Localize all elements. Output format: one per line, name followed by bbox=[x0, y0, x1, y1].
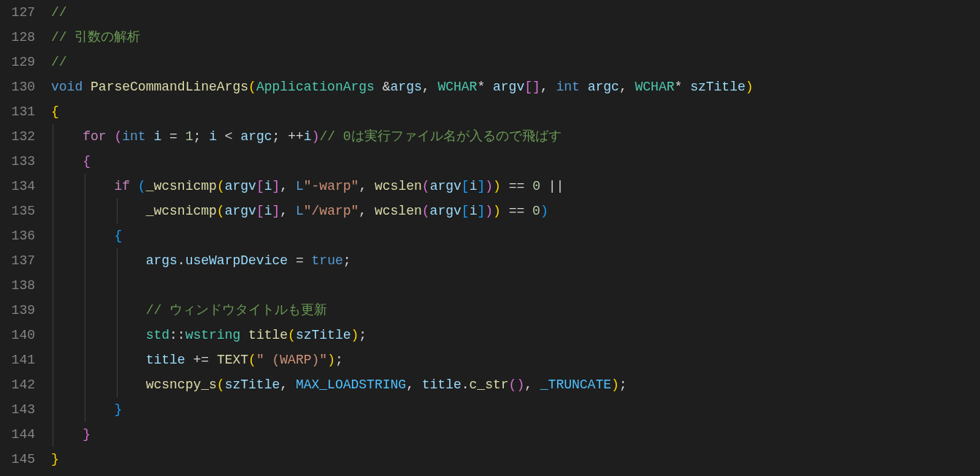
token: argv bbox=[430, 179, 462, 193]
code-line[interactable]: // ウィンドウタイトルも更新 bbox=[51, 298, 980, 323]
token: i bbox=[264, 204, 272, 218]
token: "-warp" bbox=[304, 179, 359, 193]
token: ) bbox=[351, 328, 359, 342]
token: ; bbox=[194, 129, 210, 144]
code-line[interactable]: std::wstring title(szTitle); bbox=[51, 323, 980, 348]
token: i bbox=[470, 204, 478, 218]
token: std bbox=[146, 328, 169, 342]
token: ) bbox=[611, 377, 619, 392]
token: ] bbox=[477, 179, 485, 193]
token bbox=[501, 204, 509, 218]
line-number: 133 bbox=[0, 149, 35, 174]
token: [ bbox=[462, 179, 470, 193]
token bbox=[51, 129, 83, 144]
token: ( bbox=[422, 204, 430, 218]
code-line[interactable]: _wcsnicmp(argv[i], L"/warp", wcslen(argv… bbox=[51, 199, 980, 223]
token: , bbox=[359, 204, 375, 218]
token: } bbox=[114, 402, 122, 417]
token bbox=[51, 204, 146, 218]
token: ) bbox=[516, 377, 524, 392]
line-number: 131 bbox=[0, 99, 35, 124]
token: == bbox=[509, 204, 525, 218]
token: * bbox=[675, 80, 683, 94]
token: { bbox=[114, 229, 122, 243]
token: = bbox=[296, 253, 304, 268]
token: ] bbox=[272, 204, 280, 218]
token: ; bbox=[335, 353, 343, 367]
token: i bbox=[209, 129, 217, 144]
token: szTitle bbox=[225, 377, 280, 392]
token bbox=[51, 353, 146, 367]
token: ) bbox=[746, 80, 754, 94]
token: szTitle bbox=[690, 80, 746, 94]
code-line[interactable]: } bbox=[51, 422, 980, 447]
code-line[interactable] bbox=[51, 273, 980, 298]
code-line[interactable]: if (_wcsnicmp(argv[i], L"-warp", wcslen(… bbox=[51, 174, 980, 199]
token: == bbox=[509, 179, 525, 193]
token: WCHAR bbox=[437, 80, 477, 94]
token: i bbox=[304, 129, 312, 144]
token bbox=[240, 328, 248, 342]
code-line[interactable]: args.useWarpDevice = true; bbox=[51, 248, 980, 273]
token bbox=[51, 303, 146, 318]
line-number: 144 bbox=[0, 422, 35, 447]
token: , bbox=[280, 179, 296, 193]
code-line[interactable]: wcsncpy_s(szTitle, MAX_LOADSTRING, title… bbox=[51, 372, 980, 397]
token: ) bbox=[327, 353, 335, 367]
token: argv bbox=[493, 80, 524, 94]
token bbox=[51, 377, 146, 392]
code-line[interactable]: // bbox=[51, 0, 980, 25]
token: " (WARP)" bbox=[256, 353, 327, 367]
token: L bbox=[296, 179, 304, 193]
token: ( bbox=[217, 179, 225, 193]
token bbox=[501, 179, 509, 193]
token: ] bbox=[477, 204, 485, 218]
code-editor[interactable]: 1271281291301311321331341351361371381391… bbox=[0, 0, 980, 476]
token: ) bbox=[312, 129, 320, 144]
token: argv bbox=[225, 204, 256, 218]
token: argv bbox=[430, 204, 462, 218]
token: , bbox=[422, 80, 438, 94]
token: ( bbox=[114, 129, 122, 144]
token: , bbox=[280, 377, 296, 392]
code-line[interactable]: for (int i = 1; i < argc; ++i)// 0は実行ファイ… bbox=[51, 124, 980, 149]
code-line[interactable]: title += TEXT(" (WARP)"); bbox=[51, 348, 980, 372]
token bbox=[304, 253, 312, 268]
code-line[interactable]: // 引数の解析 bbox=[51, 25, 980, 50]
token bbox=[288, 253, 296, 268]
token: , bbox=[406, 377, 422, 392]
code-line[interactable]: { bbox=[51, 149, 980, 174]
code-line[interactable]: } bbox=[51, 447, 980, 472]
code-content[interactable]: //// 引数の解析//void ParseCommandLineArgs(Ap… bbox=[51, 0, 980, 476]
token: ) bbox=[485, 179, 493, 193]
token: // ウィンドウタイトルも更新 bbox=[146, 303, 327, 318]
token: { bbox=[51, 104, 59, 119]
token: { bbox=[83, 154, 91, 169]
token: title bbox=[146, 353, 185, 367]
token: ( bbox=[288, 328, 296, 342]
code-line[interactable]: { bbox=[51, 99, 980, 124]
code-line[interactable]: { bbox=[51, 223, 980, 248]
token bbox=[51, 179, 114, 193]
token: i bbox=[470, 179, 478, 193]
code-line[interactable]: // bbox=[51, 50, 980, 74]
line-number: 136 bbox=[0, 223, 35, 248]
token bbox=[51, 427, 83, 442]
token: args bbox=[146, 253, 177, 268]
token bbox=[51, 229, 114, 243]
token: // 0は実行ファイル名が入るので飛ばす bbox=[319, 129, 561, 144]
line-number: 141 bbox=[0, 348, 35, 372]
token: // 引数の解析 bbox=[51, 30, 140, 45]
token bbox=[580, 80, 588, 94]
code-line[interactable]: } bbox=[51, 397, 980, 422]
token: ) bbox=[493, 204, 501, 218]
token: _wcsnicmp bbox=[146, 179, 217, 193]
token: [ bbox=[256, 204, 264, 218]
token: ; bbox=[343, 253, 351, 268]
token: || bbox=[548, 179, 564, 193]
token: wcslen bbox=[375, 204, 422, 218]
token: int bbox=[556, 80, 579, 94]
line-number: 140 bbox=[0, 323, 35, 348]
code-line[interactable]: void ParseCommandLineArgs(ApplicationArg… bbox=[51, 74, 980, 99]
token: ; bbox=[619, 377, 627, 392]
